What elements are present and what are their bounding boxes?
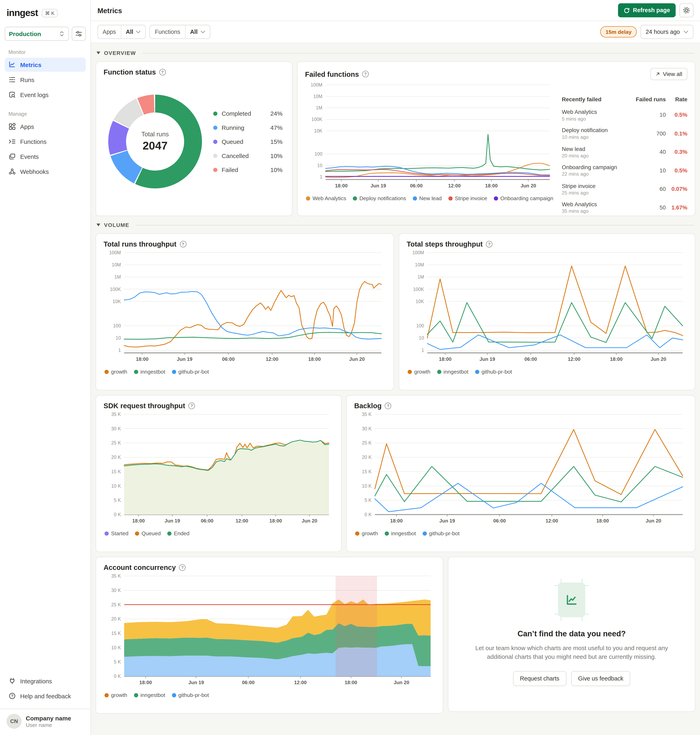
legend-item[interactable]: github-pr-bot [172, 369, 209, 374]
column-header: Recently failed [562, 96, 635, 103]
svg-text:100K: 100K [312, 117, 323, 122]
svg-text:10K: 10K [314, 128, 322, 134]
sdk-request-chart: 35 K30 K25 K20 K15 K10 K5 K0 K18:00Jun 1… [103, 409, 334, 527]
account-menu[interactable]: CN Company name User name [4, 709, 86, 730]
legend-item: Cancelled10% [213, 152, 282, 159]
help-icon[interactable]: ? [385, 402, 391, 409]
svg-text:100K: 100K [413, 287, 424, 292]
section-overview[interactable]: OVERVIEW [97, 50, 694, 56]
sidebar-item-webhooks[interactable]: Webhooks [4, 165, 86, 178]
svg-text:100: 100 [315, 151, 322, 157]
legend-item[interactable]: growth [104, 369, 127, 374]
failed-functions-chart: 100M10M1M100K10K10010118:00Jun 1906:0012… [305, 80, 554, 192]
total-runs-chart: 100M10M1M100K10K10010118:00Jun 1906:0012… [103, 248, 386, 365]
donut-center-label: Total runs [141, 131, 169, 138]
svg-text:100: 100 [416, 323, 424, 328]
legend-item[interactable]: Deploy notifications [353, 196, 406, 201]
chevron-down-icon [136, 30, 141, 34]
functions-filter[interactable]: Functions All [150, 25, 210, 39]
svg-text:25 K: 25 K [111, 440, 121, 445]
legend-item: Failed10% [213, 166, 282, 173]
section-volume[interactable]: VOLUME [97, 222, 694, 228]
failed-function-row[interactable]: Web Analytics5 mins ago100.5% [562, 109, 687, 121]
sidebar-item-label: Event logs [20, 91, 49, 98]
environment-filter-button[interactable] [72, 27, 86, 41]
svg-text:35 K: 35 K [111, 573, 121, 579]
svg-text:12:00: 12:00 [266, 356, 278, 362]
legend-item[interactable]: github-pr-bot [172, 692, 209, 698]
company-name: Company name [26, 714, 71, 722]
help-icon[interactable]: ? [362, 71, 369, 77]
event-logs-search-icon [9, 91, 16, 99]
legend-item[interactable]: growth [104, 692, 127, 698]
legend-item[interactable]: Stripe invoice [448, 196, 487, 201]
legend-item[interactable]: Ended [167, 530, 190, 536]
failed-function-row[interactable]: Onboarding campaign22 mins ago100.5% [562, 164, 687, 177]
failed-function-row[interactable]: Stripe invoice25 mins ago600.07% [562, 183, 687, 195]
refresh-page-button[interactable]: Refresh page [618, 3, 676, 17]
sidebar-item-metrics[interactable]: Metrics [4, 58, 86, 72]
card-title: Total runs throughput [103, 240, 176, 248]
failed-function-row[interactable]: Deploy notification10 mins ago7000.1% [562, 127, 687, 140]
command-k-shortcut[interactable]: ⌘ K [42, 9, 58, 17]
avatar: CN [6, 714, 22, 729]
function-status-card: Function status ? Total runs 2047 Comple… [96, 61, 293, 216]
sidebar-item-help-and-feedback[interactable]: ? Help and feedback [4, 689, 86, 703]
plug-icon [9, 677, 16, 685]
svg-text:18:00: 18:00 [345, 680, 357, 685]
svg-text:100: 100 [113, 323, 121, 328]
sidebar-item-runs[interactable]: Runs [4, 73, 86, 87]
help-icon[interactable]: ? [159, 69, 166, 75]
sidebar-item-integrations[interactable]: Integrations [4, 674, 86, 688]
legend-item[interactable]: inngestbot [134, 692, 165, 698]
help-icon[interactable]: ? [188, 402, 195, 409]
refresh-label: Refresh page [633, 7, 670, 13]
card-title: Failed functions [305, 70, 359, 78]
legend-item[interactable]: Started [104, 530, 128, 536]
legend-item[interactable]: github-pr-bot [475, 369, 512, 374]
legend-item[interactable]: Onboarding campaign [494, 196, 553, 201]
help-icon[interactable]: ? [179, 564, 185, 570]
apps-filter[interactable]: Apps All [97, 25, 146, 39]
legend-item[interactable]: growth [355, 530, 378, 536]
failed-function-row[interactable]: New lead20 mins ago400.3% [562, 146, 687, 158]
svg-text:Jun 20: Jun 20 [394, 680, 409, 685]
give-feedback-button[interactable]: Give us feedback [571, 671, 630, 686]
sidebar-item-event-logs[interactable]: Event logs [4, 88, 86, 102]
legend-item[interactable]: Web Analytics [306, 196, 346, 201]
sidebar-item-events[interactable]: Events [4, 150, 86, 163]
sidebar-item-label: Help and feedback [20, 692, 71, 700]
help-icon[interactable]: ? [486, 241, 493, 247]
legend-item[interactable]: inngestbot [437, 369, 468, 374]
svg-text:100M: 100M [109, 250, 121, 255]
settings-button[interactable] [679, 3, 693, 17]
legend-item[interactable]: Queued [135, 530, 160, 536]
failed-function-row[interactable]: Web Analytics35 mins ago501.67% [562, 201, 687, 214]
legend-item[interactable]: inngestbot [384, 530, 416, 536]
sidebar-item-label: Functions [20, 138, 46, 145]
view-all-button[interactable]: View all [650, 68, 687, 80]
sidebar-item-apps[interactable]: Apps [4, 119, 86, 134]
legend-item[interactable]: New lead [413, 196, 441, 201]
total-runs-legend: growthinngestbotgithub-pr-bot [104, 369, 385, 374]
legend-item[interactable]: inngestbot [134, 369, 165, 374]
svg-text:18:00: 18:00 [132, 518, 145, 523]
svg-text:100K: 100K [110, 287, 121, 292]
request-charts-button[interactable]: Request charts [513, 671, 566, 686]
svg-text:10 K: 10 K [111, 483, 121, 489]
card-title: Backlog [354, 402, 382, 409]
page-title: Metrics [97, 6, 122, 14]
environment-select[interactable]: Production [4, 27, 69, 41]
sdk-request-throughput-card: SDK request throughput ? 35 K30 K25 K20 … [96, 395, 341, 552]
svg-text:10 K: 10 K [362, 483, 372, 489]
up-down-chevron-icon [59, 30, 65, 37]
time-range-select[interactable]: 24 hours ago [640, 25, 693, 39]
svg-text:20 K: 20 K [111, 455, 121, 460]
help-icon[interactable]: ? [179, 241, 186, 247]
svg-text:100M: 100M [311, 82, 322, 87]
column-header: Failed runs [635, 96, 666, 103]
legend-item: Running47% [213, 124, 282, 131]
legend-item[interactable]: github-pr-bot [422, 530, 460, 536]
legend-item[interactable]: growth [408, 369, 431, 374]
sidebar-item-functions[interactable]: Functions [4, 134, 86, 149]
